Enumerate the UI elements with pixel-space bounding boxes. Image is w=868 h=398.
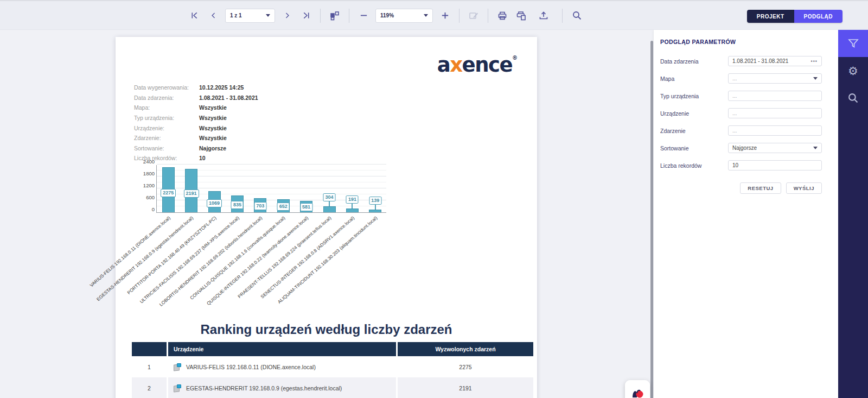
params-fields: Data zdarzenia1.08.2021 - 31.08.2021•••M… (660, 56, 822, 170)
meta-value: Wszystkie (199, 115, 227, 121)
last-page-button[interactable] (299, 9, 313, 23)
param-select-sortowanie[interactable]: Najgorsze (728, 143, 822, 153)
meta-label: Typ urządzenia: (134, 115, 199, 121)
device-cell: EGESTAS-HENDRERIT 192.168.0.9 (egestas.h… (168, 377, 396, 398)
y-axis-tick: 2400 (143, 159, 155, 165)
page-layout-icon[interactable] (328, 9, 342, 23)
first-page-button[interactable] (187, 9, 201, 23)
nvision-logo-badge[interactable] (625, 380, 650, 398)
chevron-down-icon (424, 14, 428, 17)
param-input-typ-urz-dzenia[interactable]: ... (728, 91, 822, 101)
export-button[interactable] (533, 9, 555, 23)
y-axis-tick: 1800 (143, 170, 155, 176)
logo-x: x (450, 53, 462, 77)
ranking-table: Urządzenie Wyzwolonych zdarzeń 1VARIUS-F… (130, 342, 535, 398)
param-label: Liczba rekordów (660, 162, 728, 169)
toolbar-controls: 1 z 1 119% (187, 1, 584, 30)
page-number-value: 1 z 1 (230, 12, 242, 18)
settings-tab[interactable]: ⚙ (838, 57, 868, 84)
toolbar-separator (459, 9, 459, 23)
param-label: Typ urządzenia (660, 93, 728, 99)
gridline (157, 164, 386, 165)
meta-label: Sortowanie: (134, 145, 199, 151)
param-value: ... (732, 75, 737, 81)
bar-value-label: 139 (369, 197, 381, 205)
preview-tab[interactable]: PODGLĄD (794, 10, 843, 23)
param-value: ... (732, 93, 737, 99)
zoom-level-select[interactable]: 119% (375, 9, 433, 23)
param-label: Zdarzenie (660, 128, 728, 134)
zoom-in-button[interactable] (438, 9, 452, 23)
meta-row: Zdarzenie:Wszystkie (134, 133, 258, 143)
search-tab[interactable] (838, 84, 868, 111)
param-input-data-zdarzenia[interactable]: 1.08.2021 - 31.08.2021••• (728, 56, 822, 66)
previous-page-button[interactable] (206, 9, 220, 23)
param-input-liczba-rekord-w[interactable]: 10 (728, 160, 822, 170)
meta-label: Data zdarzenia: (134, 94, 199, 101)
params-panel: PODGLĄD PARAMETRÓW Data zdarzenia1.08.20… (654, 30, 838, 398)
chart-plot-area: 0600120018002400227521911069835703652581… (156, 165, 386, 213)
meta-row: Urządzenie:Wszystkie (134, 123, 258, 133)
table-header-rank (132, 342, 167, 356)
param-select-mapa[interactable]: ... (728, 73, 822, 84)
param-row-zdarzenie: Zdarzenie... (660, 125, 822, 136)
params-buttons: RESETUJ WYŚLIJ (660, 182, 822, 194)
axence-logo: axence® (437, 53, 518, 77)
meta-block: Data wygenerowania:10.12.2025 14:25Data … (134, 83, 258, 163)
meta-value: Najgorsze (199, 145, 226, 151)
param-value: 10 (732, 162, 738, 168)
meta-value: Wszystkie (199, 104, 227, 111)
param-row-sortowanie: SortowanieNajgorsze (660, 143, 822, 153)
param-input-zdarzenie[interactable]: ... (728, 125, 822, 136)
meta-label: Zdarzenie: (134, 135, 199, 141)
param-value: ... (732, 128, 737, 134)
right-rail: ⚙ (838, 30, 868, 398)
bar-value-label: 652 (277, 203, 290, 211)
report-title: Ranking urządzeń według liczby zdarzeń (116, 322, 537, 337)
bar-value-label: 835 (231, 201, 244, 209)
zoom-level-value: 119% (380, 12, 394, 18)
filter-icon (847, 37, 859, 49)
search-button[interactable] (570, 9, 584, 23)
y-axis-tick: 1200 (143, 182, 155, 188)
y-axis-tick: 0 (152, 206, 155, 212)
bar-label-stem (375, 204, 376, 210)
zoom-out-button[interactable] (356, 9, 371, 23)
meta-value: 10 (199, 155, 206, 161)
chevron-down-icon (813, 77, 818, 80)
bar-label-stem (352, 203, 353, 209)
registered-mark: ® (512, 55, 518, 61)
project-tab[interactable]: PROJEKT (747, 10, 794, 23)
chart-bar (323, 206, 336, 212)
gear-icon: ⚙ (848, 65, 858, 77)
toolbar-separator (349, 9, 349, 23)
reset-button[interactable]: RESETUJ (740, 182, 781, 194)
report-page: axence® Data wygenerowania:10.12.2025 14… (116, 37, 537, 398)
param-row-urz-dzenie: Urządzenie... (660, 108, 822, 118)
device-name: EGESTAS-HENDRERIT 192.168.0.9 (egestas.h… (186, 385, 342, 391)
meta-label: Urządzenie: (134, 125, 199, 131)
events-bar-chart: 0600120018002400227521911069835703652581… (134, 165, 394, 304)
x-axis-label: VARIUS-FELIS 192.168.0.11 (DIONE.axence.… (88, 215, 171, 288)
param-input-urz-dzenie[interactable]: ... (728, 108, 822, 118)
print-button[interactable] (495, 9, 509, 23)
table-header-events: Wyzwolonych zdarzeń (398, 342, 533, 356)
toolbar-separator (562, 9, 563, 23)
next-page-button[interactable] (280, 9, 294, 23)
bar-label-stem (329, 201, 330, 206)
computer-icon (174, 384, 181, 392)
top-toolbar: 1 z 1 119% (0, 0, 868, 30)
nvision-logo-icon (630, 387, 644, 398)
meta-row: Data zdarzenia:1.08.2021 - 31.08.2021 (134, 93, 258, 103)
filter-tab[interactable] (838, 30, 868, 57)
print-page-button[interactable] (514, 9, 528, 23)
param-value: Najgorsze (732, 145, 757, 151)
chart-bar (369, 210, 381, 212)
page-number-select[interactable]: 1 z 1 (225, 9, 275, 23)
bar-value-label: 304 (323, 193, 335, 201)
bar-value-label: 581 (300, 203, 312, 211)
send-button[interactable]: WYŚLIJ (786, 182, 822, 194)
vertical-scrollbar[interactable] (650, 41, 653, 398)
ellipsis-button[interactable]: ••• (811, 59, 818, 64)
bar-value-label: 191 (346, 195, 359, 204)
